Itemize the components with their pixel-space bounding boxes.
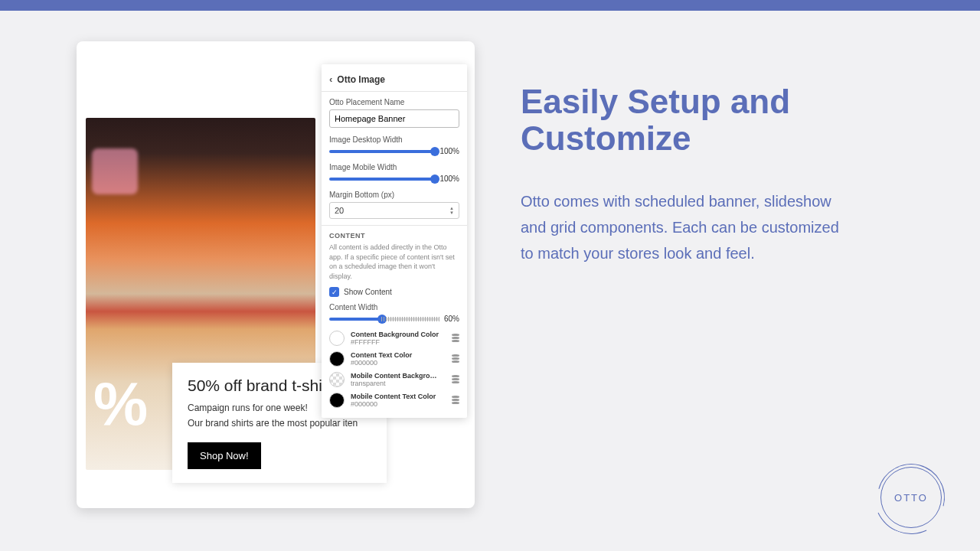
swatch-icon[interactable]	[329, 372, 345, 387]
db-icon[interactable]	[452, 375, 459, 384]
placement-input[interactable]	[329, 109, 459, 128]
show-content-label: Show Content	[344, 288, 392, 296]
content-width-value: 60%	[444, 315, 459, 323]
margin-label: Margin Bottom (px)	[329, 191, 459, 199]
content-width-label: Content Width	[329, 303, 459, 311]
panel-title: Otto Image	[337, 74, 385, 85]
desktop-width-label: Image Desktop Width	[329, 135, 459, 144]
settings-panel: ‹ Otto Image Otto Placement Name Image D…	[322, 64, 467, 418]
divider	[322, 225, 467, 226]
db-icon[interactable]	[452, 396, 459, 405]
back-icon[interactable]: ‹	[329, 73, 332, 85]
color-row[interactable]: Mobile Content Background C... transpare…	[329, 372, 459, 387]
show-content-checkbox[interactable]: ✓	[329, 287, 339, 297]
color-row[interactable]: Content Background Color #FFFFFF	[329, 331, 459, 346]
screenshot-card: 50% off brand t-shirts Campaign runs for…	[77, 41, 475, 508]
content-width-slider[interactable]	[329, 318, 439, 321]
body-text: Otto comes with scheduled banner, slides…	[521, 188, 850, 266]
color-row[interactable]: Content Text Color #000000	[329, 351, 459, 367]
desktop-width-value: 100%	[439, 147, 459, 155]
top-bar	[0, 0, 980, 11]
desktop-width-slider[interactable]	[329, 150, 435, 153]
placement-label: Otto Placement Name	[329, 98, 459, 106]
swatch-icon[interactable]	[329, 393, 345, 408]
db-icon[interactable]	[452, 354, 459, 364]
divider	[322, 91, 467, 92]
content-section-header: CONTENT	[329, 232, 459, 240]
stepper-icon[interactable]: ▲▼	[449, 206, 454, 215]
swatch-icon[interactable]	[329, 351, 345, 367]
margin-input[interactable]: 20 ▲▼	[329, 202, 459, 219]
otto-logo: OTTO	[880, 467, 942, 528]
promo-line2: Our brand shirts are the most popular it…	[188, 418, 374, 429]
content-description: All content is added directly in the Ott…	[329, 243, 459, 281]
mobile-width-label: Image Mobile Width	[329, 163, 459, 171]
marketing-copy: Easily Setup and Customize Otto comes wi…	[521, 41, 850, 508]
shop-now-button[interactable]: Shop Now!	[188, 442, 261, 469]
color-row[interactable]: Mobile Content Text Color #000000	[329, 393, 459, 408]
mobile-width-slider[interactable]	[329, 178, 435, 181]
swatch-icon[interactable]	[329, 331, 345, 346]
headline: Easily Setup and Customize	[521, 83, 850, 158]
db-icon[interactable]	[452, 334, 459, 343]
mobile-width-value: 100%	[439, 174, 459, 183]
